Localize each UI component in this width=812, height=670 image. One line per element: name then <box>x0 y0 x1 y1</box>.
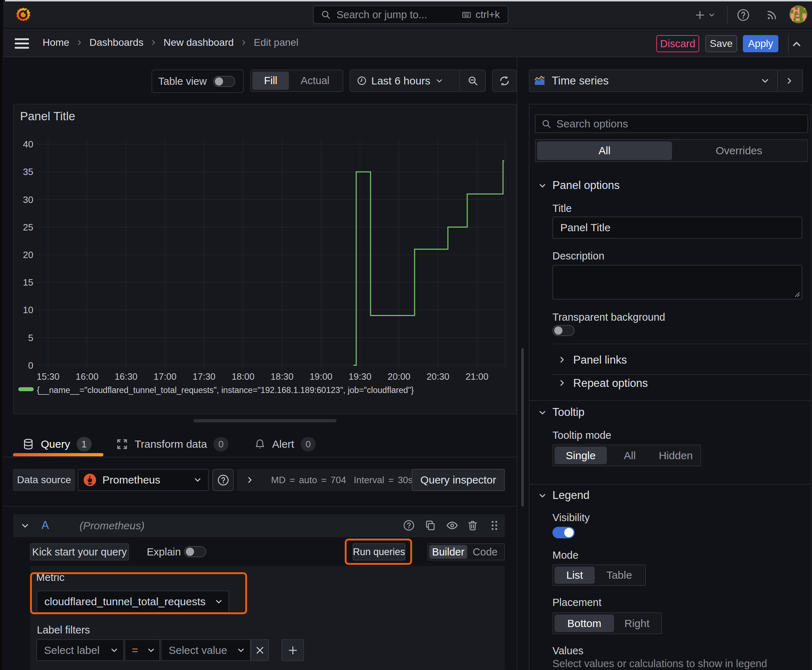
svg-text:19:30: 19:30 <box>349 372 371 382</box>
svg-text:40: 40 <box>23 139 33 150</box>
svg-text:21:00: 21:00 <box>465 372 488 382</box>
svg-text:5: 5 <box>28 333 33 343</box>
svg-text:19:00: 19:00 <box>310 372 332 382</box>
svg-text:25: 25 <box>23 222 33 233</box>
svg-text:30: 30 <box>23 195 33 205</box>
svg-text:20:00: 20:00 <box>387 372 410 382</box>
svg-text:16:30: 16:30 <box>115 372 137 382</box>
svg-text:20:30: 20:30 <box>426 372 449 382</box>
svg-text:16:00: 16:00 <box>76 372 98 382</box>
svg-text:15:30: 15:30 <box>37 372 59 382</box>
svg-text:0: 0 <box>28 360 33 371</box>
svg-text:17:30: 17:30 <box>193 372 215 382</box>
svg-text:35: 35 <box>23 166 33 177</box>
svg-text:18:30: 18:30 <box>271 372 293 382</box>
svg-text:15: 15 <box>23 277 33 288</box>
svg-text:10: 10 <box>23 305 33 315</box>
svg-text:17:00: 17:00 <box>154 372 176 382</box>
svg-text:20: 20 <box>23 249 33 260</box>
svg-text:{__name__="cloudflared_tunnel_: {__name__="cloudflared_tunnel_total_requ… <box>37 386 414 395</box>
svg-text:18:00: 18:00 <box>232 372 254 382</box>
